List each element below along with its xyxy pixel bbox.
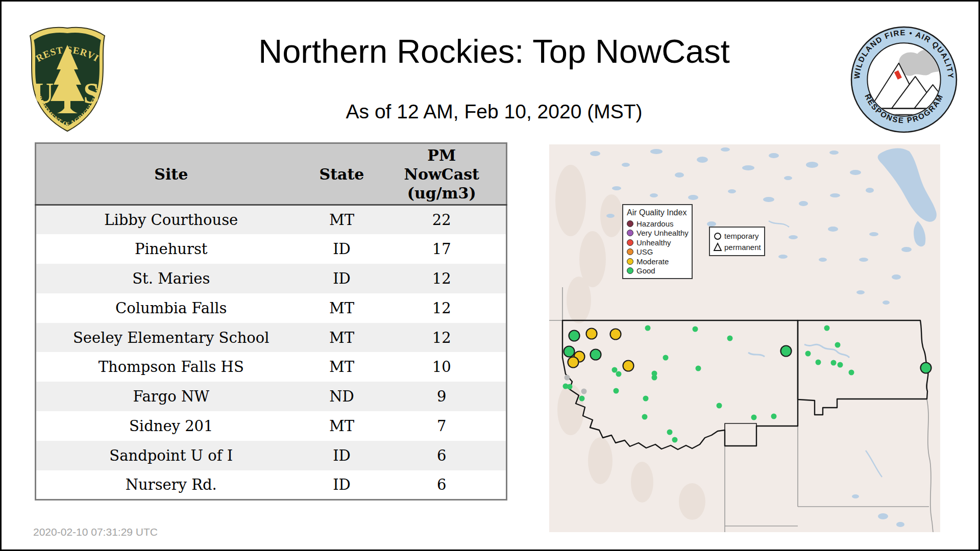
site-cell: Sidney 201 xyxy=(36,411,306,441)
monitor-dot-good-small xyxy=(693,327,698,332)
col-header-state: State xyxy=(306,143,378,205)
col-header-pm-nowcast: PM NowCast (ug/m3) xyxy=(378,143,507,205)
monitor-dot-good-small xyxy=(642,414,648,420)
pm-value-cell: 12 xyxy=(378,323,507,353)
state-cell: MT xyxy=(306,352,378,382)
monitor-dot-good-small xyxy=(643,396,649,402)
pm-value-cell: 9 xyxy=(378,382,507,411)
temporary-label: temporary xyxy=(724,232,759,240)
table-row: Columbia FallsMT12 xyxy=(36,293,507,323)
pm-value-cell: 12 xyxy=(378,264,507,293)
table-row: Seeley Elementary SchoolMT12 xyxy=(36,323,507,353)
state-cell: ID xyxy=(306,441,378,470)
monitor-map: Air Quality Index HazardousVery Unhealth… xyxy=(549,144,940,532)
forest-service-shield-icon: FOREST SERVICE U S DEPARTMENT OF AGRICUL… xyxy=(24,25,111,134)
aqi-legend: Air Quality Index HazardousVery Unhealth… xyxy=(622,204,693,279)
pm-value-cell: 10 xyxy=(378,352,507,382)
col-header-site: Site xyxy=(36,143,306,205)
aqi-swatch-icon xyxy=(627,239,633,246)
aqi-legend-item: Unhealthy xyxy=(627,238,688,247)
pm-value-cell: 12 xyxy=(378,293,507,323)
state-cell: MT xyxy=(306,205,378,235)
monitor-dot-moderate-large xyxy=(586,329,597,339)
table-row: Sidney 201MT7 xyxy=(36,411,507,441)
map-canvas xyxy=(549,144,940,532)
aqi-legend-label: USG xyxy=(636,247,653,256)
aqi-legend-label: Unhealthy xyxy=(636,238,671,247)
monitor-dot-good-large xyxy=(921,363,932,373)
pm-value-cell: 22 xyxy=(378,205,507,235)
monitor-dot-good-small xyxy=(831,360,837,366)
aqi-legend-item: Moderate xyxy=(627,257,688,266)
monitor-dot-good-small xyxy=(614,388,619,394)
state-cell: MT xyxy=(306,323,378,353)
monitor-dot-good-small xyxy=(663,355,669,361)
monitor-dot-nodata-small xyxy=(581,389,587,394)
aqi-swatch-icon xyxy=(627,267,633,274)
monitor-dot-good-large xyxy=(569,331,580,341)
monitor-dot-good-large xyxy=(781,346,792,357)
pm-value-cell: 17 xyxy=(378,234,507,264)
monitor-dot-good-small xyxy=(727,336,733,341)
monitor-dot-good-large xyxy=(564,346,575,357)
page-subtitle: As of 12 AM, Feb 10, 2020 (MST) xyxy=(155,101,834,123)
monitor-dot-good-small xyxy=(652,375,657,381)
monitor-dot-good-small xyxy=(771,414,777,419)
state-cell: ND xyxy=(306,382,378,411)
state-cell: ID xyxy=(306,234,378,264)
site-cell: Seeley Elementary School xyxy=(36,323,306,353)
permanent-monitor-icon xyxy=(713,242,722,252)
site-cell: Columbia Falls xyxy=(36,293,306,323)
monitor-dot-good-small xyxy=(751,415,757,420)
table-row: St. MariesID12 xyxy=(36,264,507,293)
aqi-legend-item: Very Unhealthy xyxy=(627,229,688,238)
aqi-swatch-icon xyxy=(627,258,633,265)
monitor-dot-good-small xyxy=(835,342,841,348)
monitor-dot-good-small xyxy=(616,371,622,377)
aqi-legend-label: Very Unhealthy xyxy=(636,229,689,237)
table-row: Sandpoint U of IID6 xyxy=(36,441,507,470)
aqi-swatch-icon xyxy=(627,248,633,255)
pm-value-cell: 7 xyxy=(378,411,507,441)
aqi-legend-item: Hazardous xyxy=(627,219,688,229)
generated-timestamp: 2020-02-10 07:31:29 UTC xyxy=(33,526,158,538)
state-cell: MT xyxy=(306,411,378,441)
monitor-dot-good-large xyxy=(591,349,601,360)
temporary-monitor-icon xyxy=(713,231,722,241)
site-cell: Pinehurst xyxy=(36,234,306,264)
page-frame: FOREST SERVICE U S DEPARTMENT OF AGRICUL… xyxy=(0,0,980,551)
aqi-legend-label: Moderate xyxy=(636,257,669,266)
aqi-legend-label: Good xyxy=(636,266,655,275)
monitor-dot-nodata-small xyxy=(565,375,570,381)
monitor-dot-good-small xyxy=(579,396,585,402)
aqi-legend-label: Hazardous xyxy=(636,219,674,228)
aqi-swatch-icon xyxy=(627,230,633,236)
monitor-dot-good-small xyxy=(849,370,854,375)
monitor-type-legend: temporary permanent xyxy=(709,227,765,256)
monitor-dot-moderate-large xyxy=(568,357,579,368)
aqi-legend-title: Air Quality Index xyxy=(627,208,688,217)
site-cell: Sandpoint U of I xyxy=(36,441,306,470)
monitor-dot-good-small xyxy=(696,366,701,371)
monitor-dot-moderate-large xyxy=(610,329,621,340)
table-row: Nursery Rd.ID6 xyxy=(36,470,507,500)
permanent-label: permanent xyxy=(724,243,761,252)
nowcast-table: Site State PM NowCast (ug/m3) Libby Cour… xyxy=(35,142,507,500)
pm-value-cell: 6 xyxy=(378,470,507,500)
aqi-legend-item: Good xyxy=(627,266,688,276)
page-title: Northern Rockies: Top NowCast xyxy=(155,32,834,70)
site-cell: Libby Courthouse xyxy=(36,205,306,235)
table-row: Libby CourthouseMT22 xyxy=(36,205,507,235)
monitor-dot-good-small xyxy=(824,325,830,331)
monitor-dot-moderate-large xyxy=(623,361,634,371)
pm-value-cell: 6 xyxy=(378,441,507,470)
table-header-row: Site State PM NowCast (ug/m3) xyxy=(36,143,507,205)
monitor-dot-good-small xyxy=(672,437,678,443)
state-cell: ID xyxy=(306,470,378,500)
state-cell: MT xyxy=(306,293,378,323)
monitor-dot-good-small xyxy=(612,367,618,373)
wfaqrp-circle-icon: WILDLAND FIRE • AIR QUALITY RESPONSE PRO… xyxy=(849,25,959,134)
monitor-dot-good-small xyxy=(805,351,811,357)
state-cell: ID xyxy=(306,264,378,293)
monitor-dot-good-small xyxy=(816,360,821,365)
